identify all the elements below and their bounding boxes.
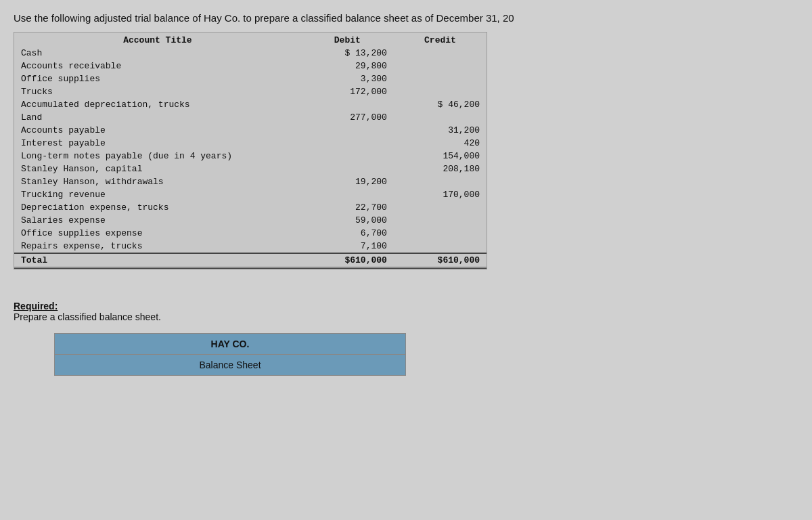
- credit-cell: [394, 201, 487, 214]
- account-cell: Salaries expense: [14, 214, 301, 227]
- table-row: Land277,000: [14, 111, 487, 124]
- credit-cell: [394, 60, 487, 72]
- balance-sheet-company: HAY CO.: [55, 334, 405, 355]
- account-cell: Depreciation expense, trucks: [14, 201, 301, 214]
- table-row: Salaries expense59,000: [14, 214, 487, 227]
- table-row: Office supplies expense6,700: [14, 227, 487, 240]
- account-cell: Long-term notes payable (due in 4 years): [14, 150, 301, 162]
- credit-cell: 154,000: [394, 150, 487, 162]
- balance-sheet-subtitle: Balance Sheet: [55, 355, 405, 375]
- account-cell: Office supplies expense: [14, 227, 301, 240]
- col-credit-header: Credit: [394, 32, 487, 47]
- required-label: Required:: [14, 301, 58, 311]
- account-cell: Interest payable: [14, 137, 301, 150]
- table-row: Long-term notes payable (due in 4 years)…: [14, 150, 487, 162]
- credit-cell: [394, 85, 487, 98]
- total-debit: $610,000: [301, 253, 394, 268]
- account-cell: Accounts payable: [14, 124, 301, 137]
- account-cell: Cash: [14, 47, 301, 60]
- credit-cell: [394, 175, 487, 188]
- balance-sheet-header: HAY CO. Balance Sheet: [54, 333, 406, 376]
- account-cell: Stanley Hanson, withdrawals: [14, 175, 301, 188]
- required-description: Prepare a classified balance sheet.: [14, 311, 161, 322]
- table-row: Stanley Hanson, capital208,180: [14, 162, 487, 175]
- total-credit: $610,000: [394, 253, 487, 268]
- table-row: Interest payable420: [14, 137, 487, 150]
- credit-cell: [394, 47, 487, 60]
- debit-cell: 29,800: [301, 60, 394, 72]
- table-row: Trucking revenue170,000: [14, 188, 487, 201]
- account-cell: Stanley Hanson, capital: [14, 162, 301, 175]
- debit-cell: 7,100: [301, 240, 394, 253]
- debit-cell: 172,000: [301, 85, 394, 98]
- debit-cell: [301, 137, 394, 150]
- credit-cell: $ 46,200: [394, 98, 487, 111]
- debit-cell: 6,700: [301, 227, 394, 240]
- debit-cell: [301, 98, 394, 111]
- instruction-text: Use the following adjusted trial balance…: [14, 12, 798, 24]
- account-cell: Accumulated depreciation, trucks: [14, 98, 301, 111]
- col-debit-header: Debit: [301, 32, 394, 47]
- credit-cell: 420: [394, 137, 487, 150]
- table-row: Accounts receivable29,800: [14, 60, 487, 72]
- account-cell: Repairs expense, trucks: [14, 240, 301, 253]
- debit-cell: [301, 162, 394, 175]
- account-cell: Office supplies: [14, 72, 301, 85]
- table-header-row: Account Title Debit Credit: [14, 32, 487, 47]
- credit-cell: [394, 111, 487, 124]
- debit-cell: $ 13,200: [301, 47, 394, 60]
- table-row: Repairs expense, trucks7,100: [14, 240, 487, 253]
- table-row: Accumulated depreciation, trucks$ 46,200: [14, 98, 487, 111]
- debit-cell: [301, 124, 394, 137]
- required-section: Required: Prepare a classified balance s…: [14, 301, 798, 322]
- credit-cell: [394, 240, 487, 253]
- debit-cell: 3,300: [301, 72, 394, 85]
- table-row: Depreciation expense, trucks22,700: [14, 201, 487, 214]
- debit-cell: [301, 188, 394, 201]
- account-cell: Trucking revenue: [14, 188, 301, 201]
- credit-cell: [394, 214, 487, 227]
- debit-cell: [301, 150, 394, 162]
- debit-cell: 277,000: [301, 111, 394, 124]
- debit-cell: 59,000: [301, 214, 394, 227]
- debit-cell: 22,700: [301, 201, 394, 214]
- table-row: Cash$ 13,200: [14, 47, 487, 60]
- total-label: Total: [14, 253, 301, 268]
- credit-cell: 208,180: [394, 162, 487, 175]
- trial-balance-container: Account Title Debit Credit Cash$ 13,200A…: [14, 32, 487, 269]
- total-row: Total$610,000$610,000: [14, 253, 487, 268]
- credit-cell: 31,200: [394, 124, 487, 137]
- table-row: Trucks172,000: [14, 85, 487, 98]
- credit-cell: [394, 227, 487, 240]
- debit-cell: 19,200: [301, 175, 394, 188]
- account-cell: Trucks: [14, 85, 301, 98]
- account-cell: Land: [14, 111, 301, 124]
- col-account-header: Account Title: [14, 32, 301, 47]
- table-row: Accounts payable31,200: [14, 124, 487, 137]
- credit-cell: 170,000: [394, 188, 487, 201]
- table-row: Stanley Hanson, withdrawals19,200: [14, 175, 487, 188]
- account-cell: Accounts receivable: [14, 60, 301, 72]
- table-row: Office supplies3,300: [14, 72, 487, 85]
- trial-balance-table: Account Title Debit Credit Cash$ 13,200A…: [14, 32, 487, 269]
- credit-cell: [394, 72, 487, 85]
